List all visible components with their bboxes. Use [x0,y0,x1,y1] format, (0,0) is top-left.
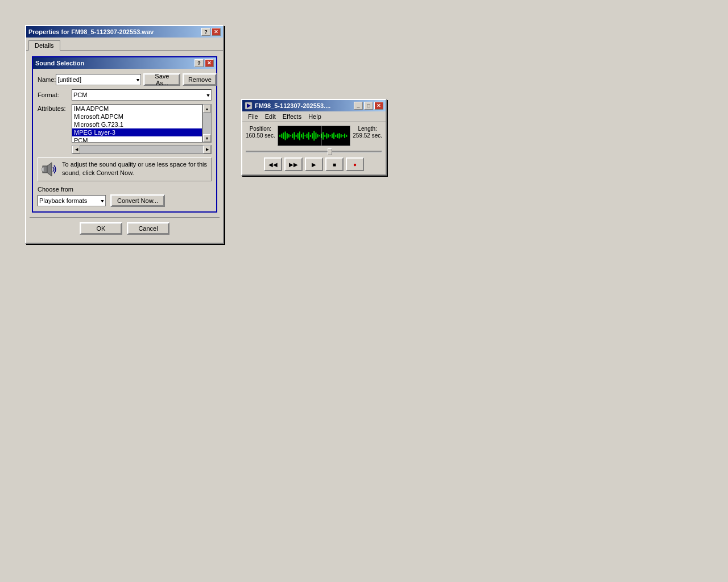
list-item-msadpcm[interactable]: Microsoft ADPCM [72,113,202,120]
menu-file[interactable]: File [245,113,262,120]
hscroll-left-button[interactable]: ◀ [72,146,80,153]
stop-button[interactable]: ■ [325,157,344,171]
format-select[interactable]: PCM [72,89,212,101]
name-row: Name: [untitled] ▼ Save As... Remove [38,73,212,86]
convert-now-button[interactable]: Convert Now... [110,194,165,207]
cancel-button[interactable]: Cancel [127,222,169,235]
sound-title-buttons: ? ✕ [195,59,214,67]
listbox-scrollbar[interactable]: ▲ ▼ [202,104,212,143]
list-item-g723[interactable]: Microsoft G.723.1 [72,120,202,128]
svg-rect-7 [281,134,282,138]
sound-close-button[interactable]: ✕ [205,59,214,67]
format-select-wrapper: PCM ▼ [72,89,212,101]
title-bar-left: Properties for FM98_5-112307-202553.wav [28,28,154,35]
name-field: [untitled] ▼ Save As... Remove [56,73,217,86]
choose-from-select-wrapper: Playback formats ▼ [38,195,106,206]
waveform-area: Position: 160.50 sec. [246,126,382,146]
format-label: Format: [38,92,72,98]
svg-rect-27 [317,134,318,138]
save-as-button[interactable]: Save As... [143,73,180,86]
slider-thumb[interactable] [328,148,332,155]
properties-content: Sound Selection ? ✕ Name: [untitled] ▼ [26,50,223,243]
format-field: PCM ▼ [72,89,212,101]
list-item-pcm[interactable]: PCM [72,136,202,143]
position-value: 160.50 sec. [246,132,275,139]
slider-track [246,151,382,153]
info-text: To adjust the sound quality or use less … [62,160,209,178]
name-select[interactable]: [untitled] [56,74,141,85]
choose-from-select[interactable]: Playback formats [38,195,106,206]
svg-rect-10 [286,133,287,138]
svg-rect-24 [312,133,313,138]
name-label: Name: [38,76,56,83]
tabs-bar: Details [26,38,223,50]
svg-marker-1 [47,163,52,176]
name-select-wrapper: [untitled] ▼ [56,74,141,85]
attributes-row: Attributes: IMA ADPCM Microsoft ADPCM Mi… [38,104,212,154]
format-row: Format: PCM ▼ [38,89,212,101]
svg-rect-26 [315,132,316,139]
properties-close-button[interactable]: ✕ [212,28,221,36]
svg-rect-30 [322,132,324,139]
length-info: Length: 259.52 sec. [353,126,382,139]
player-minimize-button[interactable]: _ [354,102,363,110]
play-button[interactable]: ▶ [305,157,323,171]
waveform-display [278,126,351,146]
list-item-mpeg[interactable]: MPEG Layer-3 [72,128,202,136]
svg-rect-16 [297,133,298,138]
hscrollbar[interactable]: ◀ ▶ [72,145,212,154]
fast-forward-button[interactable]: ▶▶ [284,157,303,171]
sound-selection-dialog: Sound Selection ? ✕ Name: [untitled] ▼ [32,56,217,213]
svg-marker-2 [42,167,44,172]
player-title-text: FM98_5-112307-202553.... [255,102,330,109]
menu-effects[interactable]: Effects [279,113,305,120]
svg-rect-43 [346,135,347,137]
svg-rect-15 [295,135,296,137]
position-label: Position: [246,126,275,132]
svg-rect-32 [326,133,327,138]
listbox-wrapper: IMA ADPCM Microsoft ADPCM Microsoft G.72… [72,104,212,143]
choose-from-row: Choose from Playback formats ▼ Convert N… [38,186,212,207]
svg-rect-40 [340,134,341,138]
svg-rect-35 [332,134,333,138]
hscroll-track [80,146,203,153]
sound-help-button[interactable]: ? [195,59,204,67]
position-info: Position: 160.50 sec. [246,126,275,139]
svg-rect-17 [299,131,300,140]
player-menu-bar: File Edit Effects Help [242,111,386,122]
length-value: 259.52 sec. [353,132,382,139]
formats-listbox[interactable]: IMA ADPCM Microsoft ADPCM Microsoft G.72… [72,104,202,143]
title-bar-buttons: ? ✕ [201,28,221,36]
player-window: FM98_5-112307-202553.... _ □ ✕ File Edit… [241,99,387,176]
record-button[interactable]: ● [346,157,364,171]
svg-rect-36 [333,132,334,139]
scroll-down-button[interactable]: ▼ [203,134,211,142]
tab-details[interactable]: Details [28,40,60,51]
svg-rect-9 [284,131,286,140]
scroll-up-button[interactable]: ▲ [203,105,211,113]
svg-rect-25 [313,131,315,141]
hscroll-right-button[interactable]: ▶ [203,146,211,153]
svg-rect-42 [344,134,345,138]
svg-rect-14 [293,132,295,139]
svg-rect-31 [324,135,325,137]
svg-rect-33 [328,134,329,138]
svg-rect-21 [306,134,307,138]
transport-controls: ◀◀ ▶▶ ▶ ■ ● [246,157,382,171]
svg-rect-20 [304,135,305,136]
player-close-button[interactable]: ✕ [374,102,383,110]
menu-help[interactable]: Help [305,113,325,120]
ok-button[interactable]: OK [80,222,122,235]
waveform-svg [278,126,350,146]
properties-help-button[interactable]: ? [201,28,210,36]
properties-title-text: Properties for FM98_5-112307-202553.wav [28,28,154,35]
sound-content: Name: [untitled] ▼ Save As... Remove For… [33,69,216,211]
player-maximize-button[interactable]: □ [364,102,373,110]
menu-edit[interactable]: Edit [262,113,279,120]
player-title-buttons: _ □ ✕ [354,102,383,110]
length-label: Length: [353,126,382,132]
list-item-ima[interactable]: IMA ADPCM [72,105,202,113]
svg-rect-6 [279,135,280,137]
rewind-button[interactable]: ◀◀ [264,157,282,171]
remove-button[interactable]: Remove [183,73,217,86]
